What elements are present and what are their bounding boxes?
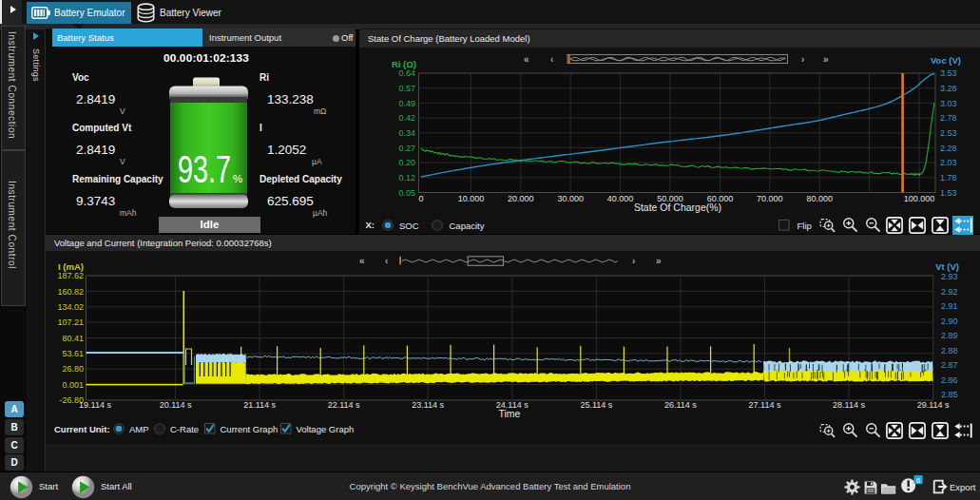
svg-text:29.114 s: 29.114 s (917, 400, 950, 410)
svg-text:160.82: 160.82 (57, 287, 84, 297)
svg-text:Voc (V): Voc (V) (931, 55, 961, 66)
svg-text:0: 0 (418, 194, 423, 203)
svg-text:2.87: 2.87 (941, 360, 958, 370)
svg-text:1.53: 1.53 (940, 188, 957, 198)
svg-text:0.05: 0.05 (398, 188, 415, 198)
svg-text:27.114 s: 27.114 s (749, 400, 781, 410)
svg-text:0.64: 0.64 (398, 68, 415, 78)
svg-text:100.000: 100.000 (904, 194, 935, 203)
svg-text:0.12: 0.12 (398, 173, 415, 183)
svg-text:6: 6 (916, 476, 920, 485)
svg-text:State Of Charge(%): State Of Charge(%) (634, 202, 721, 213)
svg-text:26.114 s: 26.114 s (664, 400, 697, 410)
svg-text:2.90: 2.90 (941, 317, 958, 326)
svg-text:2.91: 2.91 (941, 301, 958, 311)
svg-text:0.27: 0.27 (398, 144, 415, 153)
svg-text:3.03: 3.03 (940, 99, 957, 108)
svg-text:0.49: 0.49 (398, 99, 415, 108)
svg-text:Time: Time (499, 408, 521, 419)
svg-text:80.41: 80.41 (62, 334, 84, 343)
svg-text:2.85: 2.85 (941, 390, 958, 399)
svg-text:3.53: 3.53 (940, 68, 957, 78)
svg-text:21.114 s: 21.114 s (243, 400, 276, 410)
svg-text:40.000: 40.000 (607, 194, 634, 203)
svg-text:«: « (524, 54, 529, 65)
svg-text:70.000: 70.000 (757, 194, 783, 203)
svg-text:187.62: 187.62 (57, 271, 84, 280)
svg-text:28.114 s: 28.114 s (833, 400, 865, 410)
svg-text:0.20: 0.20 (398, 158, 415, 167)
svg-text:2.28: 2.28 (940, 144, 957, 153)
svg-text:30.000: 30.000 (557, 194, 584, 203)
svg-text:›: › (632, 256, 635, 266)
svg-text:»: » (823, 54, 829, 65)
svg-text:10.000: 10.000 (458, 194, 485, 203)
svg-text:93.7: 93.7 (178, 148, 231, 190)
svg-text:23.114 s: 23.114 s (412, 400, 444, 410)
svg-text:26.80: 26.80 (62, 364, 84, 374)
svg-text:20.000: 20.000 (508, 194, 534, 203)
svg-text:2.86: 2.86 (941, 375, 958, 385)
svg-text:0.57: 0.57 (398, 84, 415, 93)
svg-text:«: « (359, 256, 365, 266)
svg-text:‹: ‹ (385, 256, 388, 266)
svg-text:107.21: 107.21 (57, 317, 84, 327)
svg-text:53.61: 53.61 (62, 349, 84, 358)
svg-text:2.78: 2.78 (940, 113, 957, 123)
svg-text:%: % (233, 173, 242, 184)
svg-text:2.53: 2.53 (940, 128, 957, 138)
svg-text:»: » (656, 256, 662, 266)
svg-text:1.78: 1.78 (940, 173, 957, 183)
svg-text:2.93: 2.93 (941, 272, 958, 281)
svg-text:Vt (V): Vt (V) (935, 261, 959, 272)
svg-text:80.000: 80.000 (806, 194, 833, 203)
svg-text:2.88: 2.88 (941, 346, 958, 356)
svg-text:3.28: 3.28 (940, 84, 957, 93)
svg-text:‹: ‹ (550, 54, 553, 65)
svg-text:2.89: 2.89 (941, 331, 958, 340)
svg-text:2.03: 2.03 (940, 158, 957, 167)
svg-text:0.42: 0.42 (398, 113, 415, 123)
svg-text:25.114 s: 25.114 s (580, 400, 612, 410)
svg-text:›: › (801, 54, 804, 65)
svg-text:0.001: 0.001 (62, 380, 84, 390)
svg-text:22.114 s: 22.114 s (328, 400, 360, 410)
svg-text:134.02: 134.02 (57, 302, 84, 312)
svg-text:2.92: 2.92 (941, 287, 958, 297)
svg-text:20.114 s: 20.114 s (160, 400, 192, 410)
svg-text:19.114 s: 19.114 s (79, 400, 111, 410)
svg-text:0.34: 0.34 (398, 128, 415, 138)
